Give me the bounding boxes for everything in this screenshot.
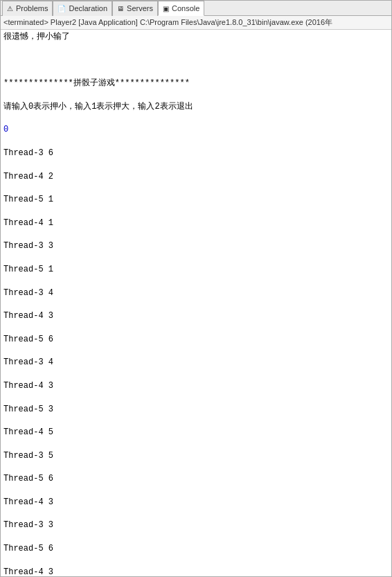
- tab-servers-label: Servers: [127, 4, 153, 12]
- console-line: 很遗憾，押小输了: [3, 31, 389, 43]
- declaration-icon: 📄: [57, 5, 66, 12]
- console-line: Thread-5 3: [3, 404, 389, 416]
- console-line: Thread-4 3: [3, 380, 389, 392]
- console-line: Thread-3 6: [3, 148, 389, 159]
- servers-icon: 🖥: [117, 5, 124, 12]
- tab-bar: ⚠ Problems 📄 Declaration 🖥 Servers ▣ Con…: [1, 1, 391, 16]
- console-status-bar: <terminated> Player2 [Java Application] …: [1, 16, 391, 30]
- console-line: Thread-3 3: [3, 520, 389, 531]
- console-line: Thread-3 4: [3, 287, 389, 299]
- eclipse-window: ⚠ Problems 📄 Declaration 🖥 Servers ▣ Con…: [0, 0, 392, 577]
- console-status-text: <terminated> Player2 [Java Application] …: [3, 18, 332, 26]
- console-line: Thread-4 2: [3, 171, 389, 183]
- console-line: Thread-4 3: [3, 310, 389, 322]
- console-line: Thread-4 5: [3, 427, 389, 438]
- console-line: 请输入0表示押小，输入1表示押大，输入2表示退出: [3, 101, 389, 113]
- console-icon: ▣: [163, 5, 169, 12]
- tab-problems[interactable]: ⚠ Problems: [2, 1, 53, 16]
- tab-servers[interactable]: 🖥 Servers: [112, 1, 158, 16]
- tab-declaration[interactable]: 📄 Declaration: [53, 1, 112, 16]
- console-line: Thread-4 3: [3, 567, 389, 576]
- console-line: Thread-5 6: [3, 473, 389, 485]
- console-line: Thread-5 6: [3, 334, 389, 346]
- console-line: Thread-5 1: [3, 194, 389, 206]
- console-line: Thread-5 1: [3, 264, 389, 276]
- console-line: Thread-4 3: [3, 497, 389, 508]
- problems-icon: ⚠: [7, 5, 13, 12]
- tab-console-label: Console: [172, 4, 199, 12]
- console-line: Thread-4 1: [3, 218, 389, 229]
- console-line: Thread-3 4: [3, 357, 389, 369]
- tab-console[interactable]: ▣ Console: [158, 1, 204, 16]
- tab-declaration-label: Declaration: [69, 4, 107, 12]
- console-line: Thread-5 6: [3, 543, 389, 555]
- console-line: Thread-3 5: [3, 450, 389, 462]
- console-line: 0: [3, 124, 389, 136]
- tab-problems-label: Problems: [16, 4, 48, 12]
- console-line: Thread-3 3: [3, 240, 389, 252]
- console-output[interactable]: 很遗憾，押小输了 **************拼骰子游戏************…: [1, 30, 391, 576]
- console-line: [3, 55, 389, 66]
- console-line: **************拼骰子游戏***************: [3, 78, 389, 89]
